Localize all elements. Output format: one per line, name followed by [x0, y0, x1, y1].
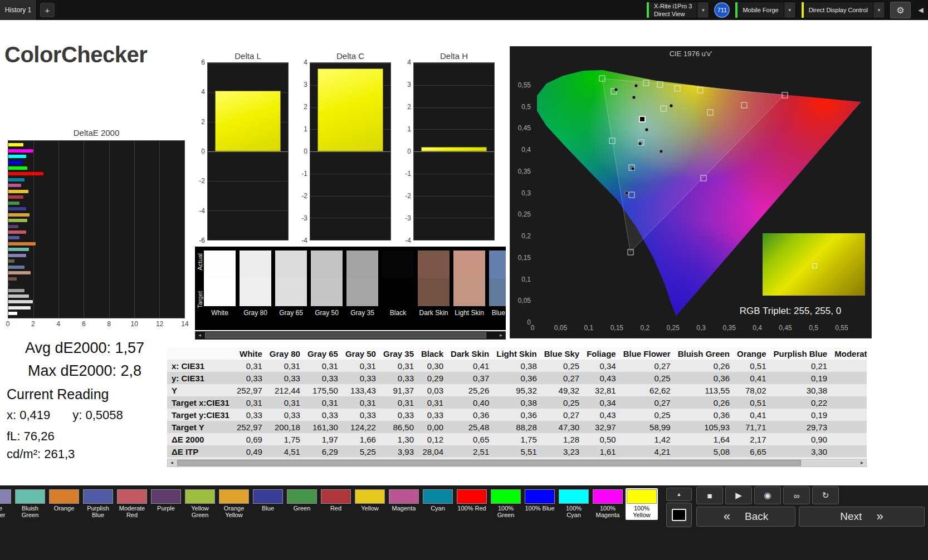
add-tab-button[interactable]: + — [40, 3, 55, 17]
scroll-right-icon[interactable]: ► — [858, 459, 866, 466]
cie-xtick: 0,25 — [667, 324, 680, 332]
table-cell: 0,33 — [267, 409, 305, 421]
table-cell: 0,33 — [343, 372, 381, 384]
delta-h-body: 43210-1-2-3-4 — [401, 62, 496, 240]
table-scrollbar[interactable]: ◄ ► — [167, 459, 867, 467]
bottom-bar: Blue FlowerBluish GreenOrangePurplish Bl… — [0, 485, 928, 560]
patch-button-red[interactable]: Red — [320, 488, 352, 520]
patch-swatch — [491, 489, 521, 504]
deltaH-gridline — [414, 174, 494, 174]
cie-point-actual — [631, 167, 634, 171]
deltae-xtick: 10 — [130, 320, 138, 328]
loop-button[interactable]: ∞ — [783, 487, 810, 504]
patch-button-green[interactable]: Green — [286, 488, 318, 520]
pattern-up-button[interactable]: ▲ — [666, 488, 692, 501]
patch-button-magenta[interactable]: Magenta — [388, 488, 420, 520]
chevron-down-icon[interactable]: ▼ — [784, 2, 795, 18]
single-measure-button[interactable]: ◉ — [754, 487, 781, 504]
delta-c-chart: Delta C 43210-1-2-3-4 — [297, 51, 392, 240]
table-cell: 0,30 — [419, 360, 448, 372]
patch-button-100-yellow[interactable]: 100% Yellow — [626, 488, 658, 520]
stop-button[interactable]: ■ — [696, 487, 723, 504]
table-cell: 62,62 — [621, 384, 676, 396]
patch-button-purple[interactable]: Purple — [150, 488, 182, 520]
play-button[interactable]: ▶ — [725, 487, 752, 504]
patch-button-cyan[interactable]: Cyan — [422, 488, 454, 520]
chevron-down-icon[interactable]: ▼ — [697, 2, 709, 18]
patch-swatch — [355, 489, 385, 504]
table-cell: 3,30 — [771, 445, 833, 458]
scroll-left-icon[interactable]: ◄ — [196, 332, 204, 339]
table-cell: 50,16 — [832, 384, 867, 396]
table-cell: 1,64 — [676, 433, 735, 445]
patch-button-yellow[interactable]: Yellow — [354, 488, 386, 520]
table-cell: 0,40 — [448, 396, 494, 409]
meter-line2: Direct View — [654, 10, 692, 18]
pattern-window-button[interactable] — [666, 503, 692, 527]
table-cell: 78,02 — [735, 384, 771, 396]
swatch-label: Gray 35 — [346, 309, 378, 317]
deltae-bar-magenta — [8, 184, 21, 187]
scroll-right-icon[interactable]: ► — [497, 332, 505, 339]
meter-selector[interactable]: X-Rite i1Pro 3 Direct View ▼ — [646, 2, 709, 18]
deltae-chart-title: DeltaE 2000 — [8, 128, 185, 139]
scrollbar-track[interactable] — [176, 459, 858, 466]
table-cell: 0,51 — [735, 396, 771, 409]
deltaC-ytick: 2 — [304, 103, 307, 111]
patch-button-bluish-green[interactable]: Bluish Green — [14, 488, 46, 520]
patch-label: Cyan — [423, 505, 453, 519]
deltaH-gridline — [414, 151, 494, 152]
table-cell: 5,51 — [494, 445, 542, 458]
tab-history[interactable]: History 1 — [0, 0, 37, 20]
patch-button-100-blue[interactable]: 100% Blue — [524, 488, 556, 520]
scrollbar-track[interactable] — [204, 332, 497, 339]
table-cell: 0,51 — [735, 360, 771, 372]
patch-button-100-green[interactable]: 100% Green — [490, 488, 522, 520]
patch-button-yellow-green[interactable]: Yellow Green — [184, 488, 216, 520]
chevron-down-icon[interactable]: ▼ — [873, 2, 885, 18]
gear-icon[interactable]: ⚙ — [890, 2, 911, 18]
patch-button-blue[interactable]: Blue — [252, 488, 284, 520]
rgb-gradient-box — [763, 233, 865, 296]
source-selector[interactable]: Mobile Forge ▼ — [735, 2, 795, 18]
patch-label: Yellow Green — [185, 505, 215, 519]
deltaH-gridline — [414, 129, 494, 130]
deltae-bars — [8, 141, 184, 318]
deltae-xaxis: 02468101214 — [8, 320, 185, 330]
table-cell: 0,41 — [735, 409, 771, 421]
scrollbar-thumb[interactable] — [205, 332, 486, 338]
patch-button-100-magenta[interactable]: 100% Magenta — [592, 488, 624, 520]
table-col-blue-sky: Blue Sky — [542, 347, 584, 360]
collapse-panel-icon[interactable]: ◀ — [916, 2, 926, 18]
patch-button-purplish-blue[interactable]: Purplish Blue — [82, 488, 114, 520]
meter-count-badge[interactable]: 711 — [714, 2, 730, 18]
patch-button-orange[interactable]: Orange — [48, 488, 80, 520]
table-row-e-2000: ΔE 20000,691,751,971,661,300,120,651,751… — [167, 433, 867, 445]
cie-xtick: 0,5 — [809, 324, 818, 332]
deltae-xtick: 4 — [57, 320, 61, 328]
cie-point-target — [782, 92, 788, 99]
table-header-row: WhiteGray 80Gray 65Gray 50Gray 35BlackDa… — [167, 347, 867, 360]
patch-button-100-cyan[interactable]: 100% Cyan — [558, 488, 590, 520]
refresh-button[interactable]: ↻ — [812, 487, 839, 504]
table-cell: 4,21 — [621, 445, 676, 458]
swatch-scrollbar[interactable]: ◄ ► — [195, 331, 506, 340]
cie-point-target — [707, 110, 713, 116]
scrollbar-thumb[interactable] — [177, 460, 801, 466]
next-button[interactable]: Next » — [799, 507, 925, 527]
cie-point-current — [639, 116, 646, 122]
patch-button-100-red[interactable]: 100% Red — [456, 488, 488, 520]
patch-button-blue-flower[interactable]: Blue Flower — [0, 488, 12, 520]
table-cell: 0,03 — [419, 384, 448, 396]
table-cell: 0,37 — [448, 372, 494, 384]
back-button[interactable]: « Back — [696, 507, 795, 527]
display-control-selector[interactable]: Direct Display Control ▼ — [801, 2, 885, 18]
table-cell: 0,36 — [494, 409, 542, 421]
patch-button-moderate-red[interactable]: Moderate Red — [116, 488, 148, 520]
table-cell: 124,22 — [343, 421, 381, 433]
patch-button-orange-yellow[interactable]: Orange Yellow — [218, 488, 250, 520]
table-cell: 0,31 — [343, 360, 381, 372]
swatch-actual-side-label: Actual — [197, 253, 203, 271]
cie-point-target — [675, 85, 681, 91]
scroll-left-icon[interactable]: ◄ — [168, 459, 176, 466]
